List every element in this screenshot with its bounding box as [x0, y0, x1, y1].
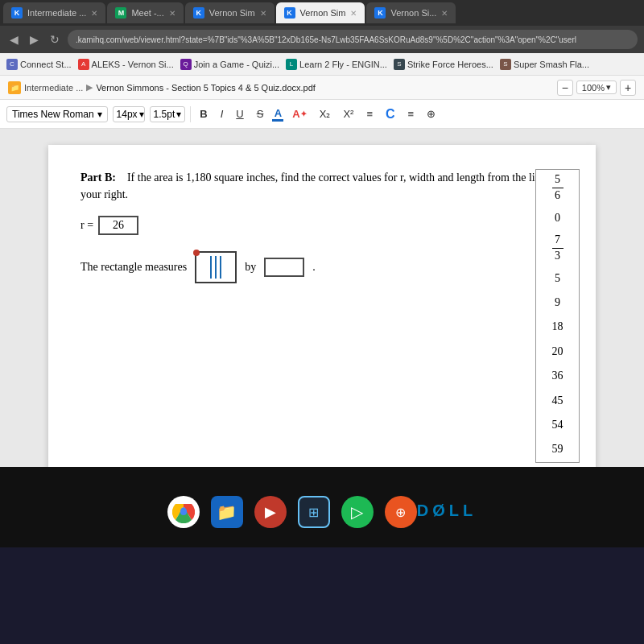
- font-size-selector[interactable]: 14px ▾: [113, 106, 145, 122]
- r-label: r =: [80, 219, 93, 232]
- taskbar-steam-icon[interactable]: ⊞: [298, 496, 330, 528]
- tab-intermediate[interactable]: K Intermediate ... ✕: [3, 2, 105, 23]
- rect-line-2: [215, 256, 217, 279]
- breadcrumb: 📁 Intermediate ... ▶ Vernon Simmons - Se…: [8, 81, 316, 94]
- number-panel-item-1[interactable]: 0: [536, 206, 579, 230]
- list-button[interactable]: ≡: [362, 106, 377, 122]
- bookmark-icon-learn2fly: L: [286, 59, 297, 70]
- breadcrumb-folder-icon: 📁: [8, 81, 21, 94]
- part-b-label-bold: Part B:: [80, 171, 116, 184]
- number-panel-item-2[interactable]: 7 3: [536, 230, 579, 266]
- font-color-label: A: [275, 107, 282, 119]
- number-panel-item-0[interactable]: 5 6: [536, 170, 579, 206]
- highlight-label: A: [292, 108, 299, 120]
- part-b-text: Part B: If the area is 1,180 square inch…: [80, 169, 564, 203]
- bookmark-aleks[interactable]: A ALEKS - Vernon Si...: [78, 59, 174, 70]
- number-panel-item-9[interactable]: 54: [536, 413, 579, 437]
- line-height-selector[interactable]: 1.5pt ▾: [150, 106, 186, 122]
- indent-button[interactable]: C: [382, 105, 399, 123]
- period: .: [312, 261, 316, 274]
- highlight-button[interactable]: A ✦: [288, 106, 310, 122]
- underline-button[interactable]: U: [232, 106, 247, 122]
- rect-drag-dot: [193, 250, 200, 256]
- tab-close-vernon1[interactable]: ✕: [260, 9, 266, 18]
- number-panel-item-5[interactable]: 18: [536, 315, 579, 339]
- bookmark-icon-connect: C: [6, 59, 18, 70]
- taskbar-chrome-icon[interactable]: [167, 496, 200, 528]
- line-height-text: 1.5pt: [154, 109, 175, 120]
- zoom-minus-button[interactable]: −: [557, 80, 573, 96]
- document-area: Part B: If the area is 1,180 square inch…: [0, 129, 644, 467]
- bookmark-learn2fly[interactable]: L Learn 2 Fly - ENGIN...: [286, 59, 387, 70]
- bookmark-quizi[interactable]: Q Join a Game - Quizi...: [180, 59, 279, 70]
- refresh-button[interactable]: ↻: [47, 31, 63, 47]
- taskbar-play-icon[interactable]: ▷: [341, 496, 374, 528]
- fraction-line-0: [552, 188, 564, 188]
- bookmark-connect[interactable]: C Connect St...: [6, 59, 72, 70]
- tab-close-vernon3[interactable]: ✕: [441, 9, 448, 18]
- strikethrough-button[interactable]: S: [253, 106, 268, 122]
- back-button[interactable]: ◀: [6, 31, 22, 47]
- breadcrumb-folder[interactable]: Intermediate ...: [24, 83, 83, 93]
- superscript-button[interactable]: X²: [339, 106, 357, 122]
- tab-close-vernon2[interactable]: ✕: [350, 9, 357, 18]
- rectangle-widget[interactable]: [195, 251, 237, 283]
- italic-button[interactable]: I: [217, 106, 228, 122]
- font-size-text: 14px: [117, 109, 138, 120]
- r-input[interactable]: 26: [98, 216, 138, 235]
- breadcrumb-separator: ▶: [86, 82, 93, 93]
- tab-close-intermediate[interactable]: ✕: [91, 9, 97, 18]
- bookmark-label-quizi: Join a Game - Quizi...: [194, 60, 279, 69]
- by-label: by: [245, 261, 256, 274]
- rect-line-1: [210, 256, 212, 279]
- line-height-chevron-icon: ▾: [176, 109, 181, 120]
- rect-line-3: [220, 256, 221, 279]
- number-panel-item-8[interactable]: 45: [536, 389, 579, 413]
- subscript-button[interactable]: X₂: [316, 106, 335, 122]
- font-color-button[interactable]: A: [272, 107, 283, 122]
- bookmark-strike[interactable]: S Strike Force Heroes...: [394, 59, 493, 70]
- align-button[interactable]: ≡: [404, 106, 419, 122]
- by-input[interactable]: [264, 258, 304, 277]
- fraction-denominator-0: 6: [555, 189, 560, 203]
- number-panel[interactable]: 5 6 0 7 3 5 9 18 20: [535, 169, 580, 463]
- zoom-plus-button[interactable]: +: [620, 80, 636, 96]
- number-panel-item-3[interactable]: 5: [536, 266, 579, 291]
- tab-close-meet[interactable]: ✕: [169, 9, 175, 18]
- more-button[interactable]: ⊕: [423, 106, 440, 122]
- breadcrumb-filename: Vernon Simmons - Section 5 Topics 4 & 5 …: [96, 83, 316, 93]
- bookmarks-bar: C Connect St... A ALEKS - Vernon Si... Q…: [0, 53, 644, 76]
- number-value-8: 45: [552, 394, 564, 407]
- bookmark-icon-strike: S: [394, 59, 405, 70]
- address-bar[interactable]: .kamihq.com/web/viewer.html?state=%7B"id…: [68, 30, 638, 49]
- bookmark-label-learn2fly: Learn 2 Fly - ENGIN...: [299, 60, 387, 69]
- tab-icon-vernon1: K: [193, 7, 204, 19]
- number-value-9: 54: [552, 419, 564, 431]
- bold-button[interactable]: B: [196, 106, 211, 122]
- font-family-selector[interactable]: Times New Roman ▾: [6, 106, 108, 122]
- subscript-label: X₂: [320, 108, 331, 120]
- fraction-line-2: [552, 248, 564, 249]
- zoom-chevron-icon: ▾: [606, 82, 611, 93]
- zoom-level-text: 100%: [582, 83, 605, 93]
- indent-icon: C: [386, 107, 395, 122]
- tab-vernon2[interactable]: K Vernon Sim ✕: [276, 2, 365, 23]
- number-panel-item-7[interactable]: 36: [536, 364, 579, 388]
- tab-meet[interactable]: M Meet -... ✕: [107, 2, 183, 23]
- tab-vernon1[interactable]: K Vernon Sim ✕: [185, 2, 275, 23]
- zoom-level-dropdown[interactable]: 100% ▾: [576, 80, 617, 94]
- number-panel-item-10[interactable]: 59: [536, 437, 579, 461]
- more-icon: ⊕: [427, 108, 436, 120]
- play-icon-symbol: ▷: [351, 502, 363, 522]
- highlight-icon: ✦: [300, 109, 307, 118]
- superscript-label: X²: [343, 108, 353, 120]
- number-panel-item-4[interactable]: 9: [536, 291, 579, 315]
- tab-vernon3[interactable]: K Vernon Si... ✕: [366, 2, 456, 23]
- taskbar-files-icon[interactable]: 📁: [211, 496, 243, 528]
- tab-label-meet: Meet -...: [131, 8, 163, 18]
- number-panel-item-6[interactable]: 20: [536, 340, 579, 364]
- bookmark-smash[interactable]: S Super Smash Fla...: [500, 59, 589, 70]
- forward-button[interactable]: ▶: [27, 31, 42, 47]
- taskbar-ubuntu-icon[interactable]: ⊕: [385, 496, 417, 528]
- taskbar-youtube-icon[interactable]: ▶: [254, 496, 287, 528]
